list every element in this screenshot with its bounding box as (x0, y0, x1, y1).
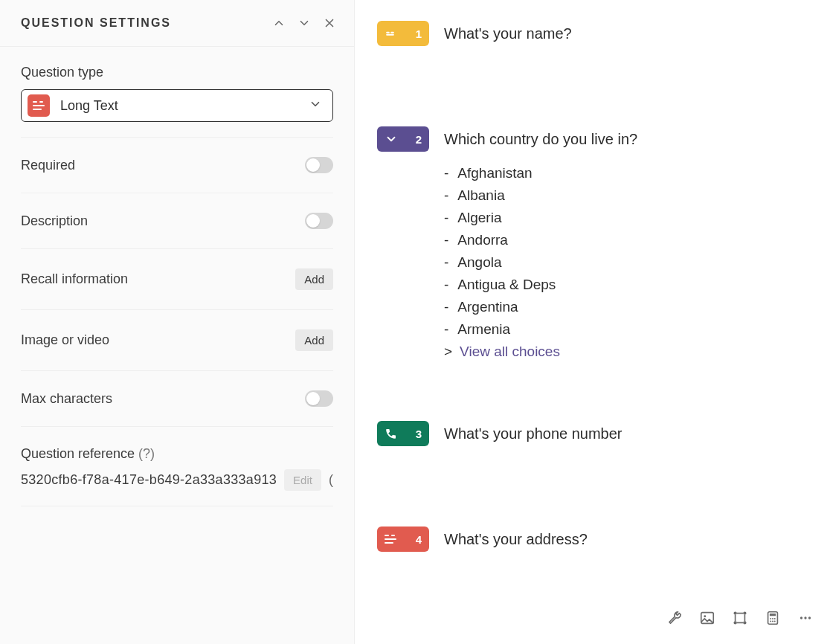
required-label: Required (21, 158, 75, 173)
svg-rect-2 (386, 34, 394, 36)
view-all-choices[interactable]: >View all choices (444, 341, 637, 363)
question-toolbar (666, 610, 814, 626)
next-question-button[interactable] (297, 16, 311, 30)
svg-point-15 (772, 621, 773, 622)
prev-question-button[interactable] (272, 16, 286, 30)
svg-rect-10 (770, 614, 776, 616)
svg-rect-1 (390, 32, 394, 33)
chevron-down-icon (309, 97, 322, 114)
chevron-up-icon (272, 16, 286, 30)
svg-point-13 (774, 618, 776, 619)
logic-button[interactable] (732, 610, 748, 626)
media-label: Image or video (21, 332, 109, 348)
recall-label: Recall information (21, 271, 128, 287)
question-number: 3 (416, 428, 422, 440)
svg-point-11 (770, 618, 771, 619)
choice-item: -Albania (444, 184, 637, 207)
max-chars-toggle[interactable] (305, 390, 333, 407)
choice-item: -Antigua & Deps (444, 274, 637, 296)
wrench-icon (666, 610, 683, 626)
max-chars-row: Max characters (21, 371, 333, 427)
description-row: Description (21, 193, 333, 249)
choice-item: -Argentina (444, 296, 637, 318)
reference-paren: ( (329, 472, 333, 488)
close-panel-button[interactable] (323, 16, 336, 30)
svg-point-12 (772, 618, 773, 619)
question-type-value: Long Text (60, 98, 118, 114)
question-number: 2 (416, 133, 422, 146)
dropdown-icon (385, 132, 398, 146)
phone-icon (385, 427, 398, 440)
calculator-button[interactable] (765, 610, 781, 626)
choice-item: -Algeria (444, 207, 637, 229)
recall-add-button[interactable]: Add (295, 268, 333, 290)
sidebar-header: QUESTION SETTINGS (0, 0, 354, 47)
short-text-icon (385, 27, 398, 40)
question-badge-1: 1 (377, 21, 429, 46)
question-title: What's your phone number (444, 421, 622, 446)
chevron-down-icon (297, 16, 311, 30)
question-type-label: Question type (21, 65, 333, 80)
description-label: Description (21, 213, 88, 229)
svg-point-19 (808, 616, 811, 619)
reference-label-text: Question reference (21, 446, 135, 461)
more-icon (797, 610, 814, 626)
svg-point-16 (774, 621, 776, 622)
image-icon (699, 610, 715, 626)
question-type-select[interactable]: Long Text (21, 89, 333, 122)
svg-point-18 (804, 616, 806, 619)
choice-item: -Angola (444, 251, 637, 274)
question-2[interactable]: 2 Which country do you live in? -Afghani… (377, 126, 803, 363)
required-row: Required (21, 138, 333, 193)
question-3[interactable]: 3 What's your phone number (377, 421, 803, 446)
question-badge-4: 4 (377, 527, 429, 552)
close-icon (323, 16, 336, 30)
settings-button[interactable] (666, 610, 683, 626)
question-settings-panel: QUESTION SETTINGS Question type (0, 0, 355, 644)
choice-item: -Afghanistan (444, 162, 637, 184)
calculator-icon (765, 610, 781, 626)
long-text-icon (385, 535, 396, 544)
question-1[interactable]: 1 What's your name? (377, 21, 803, 46)
reference-section: Question reference (?) 5320cfb6-f78a-417… (21, 427, 333, 506)
svg-point-8 (743, 621, 746, 624)
svg-point-7 (733, 621, 736, 624)
question-title: What's your address? (444, 527, 588, 552)
question-number: 1 (416, 28, 422, 40)
reference-label: Question reference (?) (21, 446, 333, 462)
question-number: 4 (416, 533, 422, 546)
choices-list: -Afghanistan -Albania -Algeria -Andorra … (444, 162, 637, 363)
required-toggle[interactable] (305, 157, 333, 173)
question-title: Which country do you live in? (444, 126, 637, 152)
svg-point-6 (743, 611, 746, 614)
media-row: Image or video Add (21, 310, 333, 371)
question-badge-3: 3 (377, 421, 429, 446)
description-toggle[interactable] (305, 213, 333, 229)
question-title: What's your name? (444, 21, 572, 46)
svg-point-5 (733, 611, 736, 614)
choice-item: -Armenia (444, 318, 637, 341)
choice-item: -Andorra (444, 229, 637, 251)
question-4[interactable]: 4 What's your address? (377, 527, 803, 552)
question-badge-2: 2 (377, 126, 429, 152)
reference-value: 5320cfb6-f78a-417e-b649-2a33a333a913 (21, 472, 277, 488)
svg-point-17 (800, 616, 802, 619)
question-list: 1 What's your name? 2 Which country do y… (355, 0, 830, 644)
svg-rect-0 (386, 32, 390, 33)
reference-help-icon[interactable]: (?) (138, 446, 155, 461)
panel-title: QUESTION SETTINGS (21, 16, 171, 30)
logic-icon (732, 610, 748, 626)
max-chars-label: Max characters (21, 391, 112, 407)
image-button[interactable] (699, 610, 715, 626)
more-button[interactable] (797, 610, 814, 626)
long-text-icon (28, 94, 50, 117)
reference-edit-button[interactable]: Edit (284, 469, 321, 491)
media-add-button[interactable]: Add (295, 329, 333, 351)
recall-row: Recall information Add (21, 249, 333, 310)
svg-point-4 (704, 615, 706, 617)
svg-point-14 (770, 621, 771, 622)
